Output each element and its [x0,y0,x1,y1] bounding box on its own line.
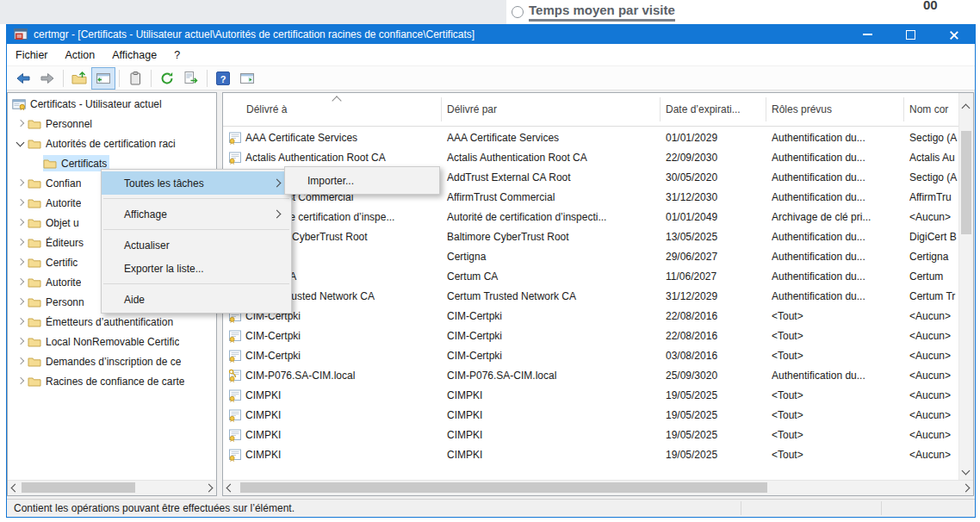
scroll-left-icon[interactable] [226,484,235,493]
certificate-row[interactable]: Autorité de certification d’inspe... Aut… [223,207,959,227]
up-level-folder-button[interactable] [67,67,91,90]
tree-root-certificats-utilisateur-actuel[interactable]: Certificats - Utilisateur actuel [8,94,216,114]
chevron-right-icon[interactable] [15,292,28,312]
chevron-right-icon[interactable] [15,252,28,272]
chevron-right-icon[interactable] [15,233,28,252]
certificate-row[interactable]: CIM-Certpki CIM-Certpki 03/08/2016 <Tout… [223,345,959,365]
friendly-name-cell: <Aucun> [909,370,959,382]
scrollbar-thumb[interactable] [22,482,135,493]
expiration-date-cell: 29/06/2027 [666,251,772,263]
menu-bar: Fichier Action Affichage ? [7,44,975,66]
scroll-right-icon[interactable] [962,484,971,493]
export-list-button[interactable] [179,67,203,90]
certificate-row[interactable]: AAA Certificate Services AAA Certificate… [223,127,959,147]
column-divider[interactable] [903,97,904,121]
certificate-row[interactable]: CIM-P076.SA-CIM.local CIM-P076.SA-CIM.lo… [223,365,959,385]
minimize-icon [863,34,872,35]
certificate-row[interactable]: CIMPKI CIMPKI 19/05/2025 <Tout> <Aucun> [223,385,959,405]
context-menu-exporter-la-liste[interactable]: Exporter la liste... [102,257,291,280]
intended-purposes-cell: Authentification du... [772,370,909,382]
status-text: Contient les opérations pouvant être eff… [14,502,295,514]
column-header-nom-convivial[interactable]: Nom cor [909,93,959,126]
chevron-right-icon[interactable] [15,272,28,292]
scroll-down-icon[interactable] [962,467,971,475]
intended-purposes-cell: <Tout> [772,310,909,322]
column-divider[interactable] [660,97,661,121]
scrollbar-thumb[interactable] [961,131,971,234]
issued-by-cell: CIMPKI [447,429,666,441]
context-menu-aide[interactable]: Aide [102,288,291,311]
intended-purposes-cell: Authentification du... [772,251,909,263]
show-console-tree-button[interactable] [91,67,115,90]
context-menu-affichage[interactable]: Affichage [102,202,291,226]
tree-item-personnel[interactable]: Personnel [8,114,216,134]
forward-button[interactable] [35,67,59,90]
certificate-icon [228,428,242,442]
certificates-list-panel: Délivré à Délivré par Date d’expirati...… [222,92,974,496]
tree-item-emetteurs-authentification[interactable]: Émetteurs d’authentification [8,312,216,332]
chevron-right-icon[interactable] [15,114,28,134]
tree-item-racines-carte[interactable]: Racines de confiance de carte [8,371,216,391]
chevron-down-icon[interactable] [15,134,28,153]
chevron-right-icon[interactable] [15,213,28,233]
list-vertical-scrollbar[interactable] [958,93,973,481]
chevron-right-icon[interactable] [15,371,28,391]
paste-button[interactable] [123,67,147,90]
column-divider[interactable] [766,97,766,121]
certificate-row[interactable]: CIM-Certpki CIM-Certpki 22/08/2016 <Tout… [223,326,959,345]
scroll-right-icon[interactable] [205,484,214,493]
menu-item-label: Exporter la liste... [124,263,204,275]
intended-purposes-cell: Authentification du... [772,171,909,183]
column-header-delivre-a[interactable]: Délivré à [246,93,436,126]
certificate-row[interactable]: CIMPKI CIMPKI 19/05/2025 <Tout> <Aucun> [223,444,959,464]
chevron-right-icon[interactable] [15,351,28,371]
forward-icon [39,70,56,87]
tree-item-autorites-racines[interactable]: Autorités de certification raci [8,134,216,153]
certificate-row[interactable]: CIM-Certpki CIM-Certpki 22/08/2016 <Tout… [223,306,959,326]
minimize-button[interactable] [846,25,889,44]
chevron-right-icon[interactable] [15,332,28,351]
title-bar[interactable]: certmgr - [Certificats - Utilisateur act… [7,25,975,44]
menu-affichage[interactable]: Affichage [103,44,165,65]
certificate-row[interactable]: CIMPKI CIMPKI 19/05/2025 <Tout> <Aucun> [223,425,959,444]
scrollbar-thumb[interactable] [240,482,767,493]
tree-item-demandes-inscription[interactable]: Demandes d’inscription de ce [8,351,216,371]
help-button[interactable]: ? [211,67,235,90]
expiration-date-cell: 13/05/2025 [666,231,772,243]
column-header-roles-prevus[interactable]: Rôles prévus [772,93,901,126]
maximize-button[interactable] [889,25,932,44]
context-menu-actualiser[interactable]: Actualiser [102,233,291,257]
column-header-delivre-par[interactable]: Délivré par [447,93,658,126]
certificate-row[interactable]: Certigna Certigna 29/06/2027 Authentific… [223,246,959,266]
refresh-button[interactable] [155,67,179,90]
chevron-right-icon[interactable] [15,173,28,193]
chevron-right-icon[interactable] [15,312,28,332]
friendly-name-cell: <Aucun> [909,389,959,401]
certificate-row[interactable]: CIMPKI CIMPKI 19/05/2025 <Tout> <Aucun> [223,405,959,425]
menu-help[interactable]: ? [165,44,189,65]
menu-fichier[interactable]: Fichier [7,44,57,65]
submenu-importer[interactable]: Importer... [285,169,439,192]
statusbar-divider [741,501,741,515]
scroll-left-icon[interactable] [11,484,20,493]
close-button[interactable] [932,25,975,44]
tree-horizontal-scrollbar[interactable] [8,480,216,495]
column-divider[interactable] [441,97,442,121]
certificate-row[interactable]: Baltimore CyberTrust Root Baltimore Cybe… [223,227,959,246]
expiration-date-cell: 22/08/2016 [666,330,772,342]
background-metric-label: Temps moyen par visite [529,3,675,22]
scroll-up-icon[interactable] [962,104,971,113]
column-header-date-expiration[interactable]: Date d’expirati... [666,93,765,126]
list-horizontal-scrollbar[interactable] [223,480,973,495]
certificate-row[interactable]: Certum CA Certum CA 11/06/2027 Authentif… [223,266,959,286]
menu-action[interactable]: Action [57,44,104,65]
tree-label: Local NonRemovable Certific [46,336,179,348]
certificate-row[interactable]: Certum Trusted Network CA Certum Trusted… [223,286,959,306]
back-button[interactable] [11,67,35,90]
certificate-row[interactable]: Actalis Authentication Root CA Actalis A… [223,147,959,167]
folder-icon [28,355,41,369]
chevron-right-icon[interactable] [15,193,28,213]
context-menu-toutes-les-taches[interactable]: Toutes les tâches [102,171,291,195]
show-action-pane-button[interactable] [235,67,259,90]
tree-item-local-nonremovable[interactable]: Local NonRemovable Certific [8,332,216,351]
